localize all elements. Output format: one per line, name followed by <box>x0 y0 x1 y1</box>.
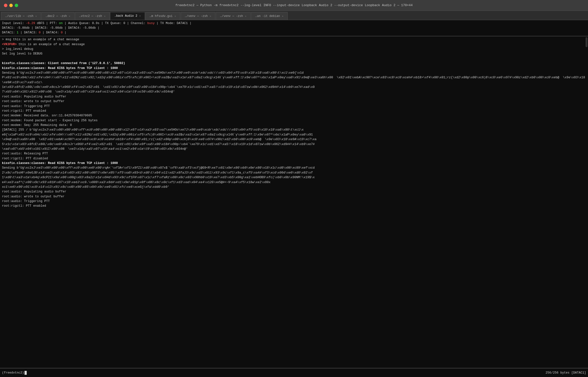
channel-value: busy <box>147 22 155 25</box>
datac1-count-label: DATAC1: <box>2 31 17 34</box>
terminal-window: freedvtnc2 — Python -m freedvtnc2 --log-… <box>0 0 588 377</box>
datac1-count-value: 1 <box>17 31 19 34</box>
tab-label-tab5: …m hfssdv.gui <box>150 14 173 18</box>
tab-close-tab8[interactable]: ✕ <box>282 15 283 18</box>
prompt-label: (freedvtnc2) <box>2 371 24 375</box>
terminal-content[interactable]: > msg this is an example of a chat messa… <box>0 36 588 368</box>
bottom-status-bar: (freedvtnc2) 256/256 bytes [DATAC1] <box>0 368 588 377</box>
input-level-value: -6.29 <box>26 22 35 25</box>
byte-counter: 256/256 bytes [DATAC1] <box>546 371 586 375</box>
input-level-unit: dBFS | PTT: <box>35 22 59 25</box>
input-level-label: Input level: <box>2 22 26 25</box>
tab-tab2[interactable]: …dec2 — -zsh✕ <box>41 12 74 20</box>
tab-close-tab4[interactable]: ✕ <box>139 14 141 17</box>
title-bar: freedvtnc2 — Python -m freedvtnc2 --log-… <box>0 0 588 11</box>
tab-tab7[interactable]: …/venv — -zsh✕ <box>216 12 251 20</box>
ptt-value: on <box>59 22 63 25</box>
tab-label-tab1: …/usr/lib — -zsh <box>5 14 33 18</box>
tab-tab3[interactable]: …vtnc2 — -zsh✕ <box>75 12 110 20</box>
status-middle: | Audio Queue: 0.9s | TX Queue: 0 | Chan… <box>63 22 147 25</box>
datac3-db-value: -5.00db <box>50 26 63 30</box>
tab-label-tab4: .back Audio 2 <box>114 14 137 18</box>
cursor <box>25 371 27 375</box>
tab-bar: …/usr/lib — -zsh✕…dec2 — -zsh✕…vtnc2 — -… <box>0 11 588 20</box>
tab-label-tab7: …/venv — -zsh <box>220 14 243 18</box>
status-line-1: Input level: -6.29 dBFS | PTT: on | Audi… <box>2 21 586 26</box>
datac4-count-value: 0 <box>61 31 63 34</box>
tab-label-tab8: …un -it debian <box>255 14 280 18</box>
tab-label-tab2: …dec2 — -zsh <box>46 14 67 18</box>
tab-tab5[interactable]: …m hfssdv.gui✕ <box>145 12 180 20</box>
status-line-3: DATAC1: 1 | DATAC3: 0 | DATAC4: 0 | <box>2 30 586 35</box>
tab-close-tab2[interactable]: ✕ <box>69 15 70 18</box>
tab-close-tab6[interactable]: ✕ <box>210 15 211 18</box>
tab-close-tab7[interactable]: ✕ <box>245 15 246 18</box>
close-button[interactable] <box>4 4 7 7</box>
status-end: | TX Mode: DATAC1 | <box>155 22 192 25</box>
traffic-lights <box>4 4 18 7</box>
window-title: freedvtnc2 — Python -m freedvtnc2 --log-… <box>175 3 412 7</box>
status-bar: Input level: -6.29 dBFS | PTT: on | Audi… <box>0 20 588 36</box>
tab-close-tab1[interactable]: ✕ <box>35 15 37 18</box>
terminal-output: > msg this is an example of a chat messa… <box>2 37 586 209</box>
maximize-button[interactable] <box>15 4 18 7</box>
datac1-db-value: -5.00db <box>17 26 30 30</box>
scrollbar[interactable] <box>586 37 588 47</box>
tab-tab6[interactable]: …/venv — -zsh✕ <box>181 12 216 20</box>
tab-close-tab5[interactable]: ✕ <box>175 15 176 18</box>
datac3-count-value: 0 <box>39 31 41 34</box>
tab-label-tab6: …/venv — -zsh <box>185 14 208 18</box>
status-line-2: DATAC1: -5.00db | DATAC3: -5.00db | DATA… <box>2 26 586 30</box>
datac4-db-value: -5.00db <box>83 26 96 30</box>
tab-tab8[interactable]: …un -it debian✕ <box>251 12 288 20</box>
minimize-button[interactable] <box>9 4 13 7</box>
tab-tab4[interactable]: .back Audio 2✕ <box>110 12 145 20</box>
tab-label-tab3: …vtnc2 — -zsh <box>79 14 102 18</box>
datac1-db-label: DATAC1: <box>2 26 17 30</box>
tab-tab1[interactable]: …/usr/lib — -zsh✕ <box>1 12 41 20</box>
tab-close-tab3[interactable]: ✕ <box>104 15 105 18</box>
